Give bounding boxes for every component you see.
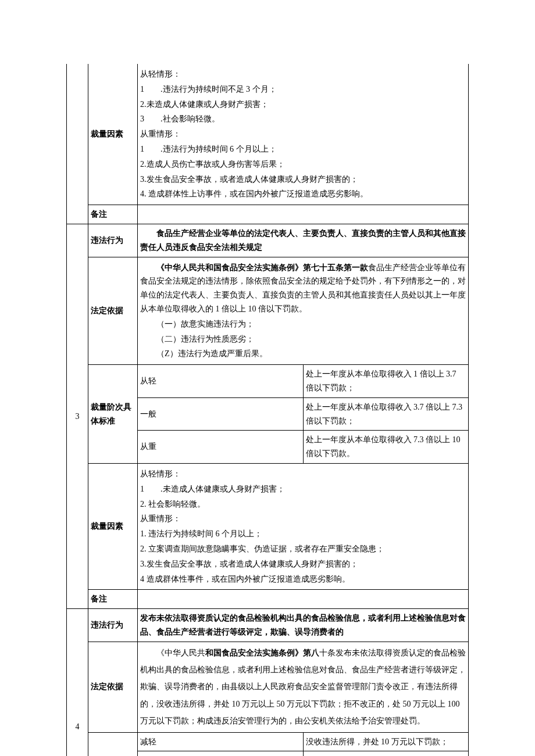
remark-content xyxy=(138,205,469,224)
basis-content: 《中华人民共和国食品安全法实施条例》第七十五条第一款食品生产经营企业等单位有食品… xyxy=(138,257,469,365)
regulation-table: 裁量因素 从轻情形：1 .违法行为持续时间不足 3 个月；2.未造成人体健康或人… xyxy=(66,64,469,756)
level-name: 一般 xyxy=(138,397,304,431)
factors-label: 裁量因素 xyxy=(88,463,138,589)
level-name: 从重 xyxy=(138,431,304,464)
factors-content: 从轻情形：1 .未造成人体健康或人身财产损害；2. 社会影响轻微。从重情形：1.… xyxy=(138,463,469,589)
table-row: 法定依据 《中华人民共和国食品安全法实施条例》第七十五条第一款食品生产经营企业等… xyxy=(67,257,469,365)
violation-label: 违法行为 xyxy=(88,609,138,642)
levels-label: 裁量阶次具体标准 xyxy=(88,732,138,756)
table-row: 4 违法行为 发布未依法取得资质认定的食品检验机构出具的食品检验信息，或者利用上… xyxy=(67,609,469,642)
level-name: 从轻 xyxy=(138,365,304,398)
table-row: 法定依据 《中华人民共和国食品安全法实施条例》第八十条发布未依法取得资质认定的食… xyxy=(67,642,469,732)
violation-label: 违法行为 xyxy=(88,224,138,257)
levels-label: 裁量阶次具体标准 xyxy=(88,365,138,464)
table-row: 裁量阶次具体标准 减轻 没收违法所得，并处 10 万元以下罚款； xyxy=(67,732,469,751)
section-number-cell xyxy=(67,64,88,224)
violation-content: 发布未依法取得资质认定的食品检验机构出具的食品检验信息，或者利用上述检验信息对食… xyxy=(138,609,469,642)
basis-label: 法定依据 xyxy=(88,642,138,732)
factors-content: 从轻情形：1 .违法行为持续时间不足 3 个月；2.未造成人体健康或人身财产损害… xyxy=(138,64,469,205)
table-row: 裁量阶次具体标准 从轻 处上一年度从本单位取得收入 1 倍以上 3.7 倍以下罚… xyxy=(67,365,469,398)
remark-content xyxy=(138,590,469,609)
table-row: 备注 xyxy=(67,590,469,609)
violation-content: 食品生产经营企业等单位的法定代表人、主要负责人、直接负责的主管人员和其他直接责任… xyxy=(138,224,469,257)
document-page: 裁量因素 从轻情形：1 .违法行为持续时间不足 3 个月；2.未造成人体健康或人… xyxy=(0,0,535,756)
section-number-cell: 4 xyxy=(67,609,88,756)
table-row: 备注 xyxy=(67,205,469,224)
level-text: 处上一年度从本单位取得收入 7.3 倍以上 10 倍以下罚款。 xyxy=(303,431,469,464)
remark-label: 备注 xyxy=(88,590,138,609)
level-text: 处上一年度从本单位取得收入 1 倍以上 3.7 倍以下罚款； xyxy=(303,365,469,398)
table-row: 裁量因素 从轻情形：1 .未造成人体健康或人身财产损害；2. 社会影响轻微。从重… xyxy=(67,463,469,589)
factors-label: 裁量因素 xyxy=(88,64,138,205)
level-name: 减轻 xyxy=(138,732,304,751)
level-name: 从轻 xyxy=(138,751,304,756)
table-row: 3 违法行为 食品生产经营企业等单位的法定代表人、主要负责人、直接负责的主管人员… xyxy=(67,224,469,257)
table-row: 裁量因素 从轻情形：1 .违法行为持续时间不足 3 个月；2.未造成人体健康或人… xyxy=(67,64,469,205)
remark-label: 备注 xyxy=(88,205,138,224)
level-text: 没收违法所得，并处 10 万元以下罚款； xyxy=(303,732,469,751)
level-text: 处上一年度从本单位取得收入 3.7 倍以上 7.3 倍以下罚款； xyxy=(303,397,469,431)
basis-label: 法定依据 xyxy=(88,257,138,365)
level-text: 没收违法所得，并处 10 万元以上 22 万元以下罚款；拒不改正的，处 50 万… xyxy=(303,751,469,756)
basis-content: 《中华人民共和国食品安全法实施条例》第八十条发布未依法取得资质认定的食品检验机构… xyxy=(138,642,469,732)
section-number-cell: 3 xyxy=(67,224,88,608)
